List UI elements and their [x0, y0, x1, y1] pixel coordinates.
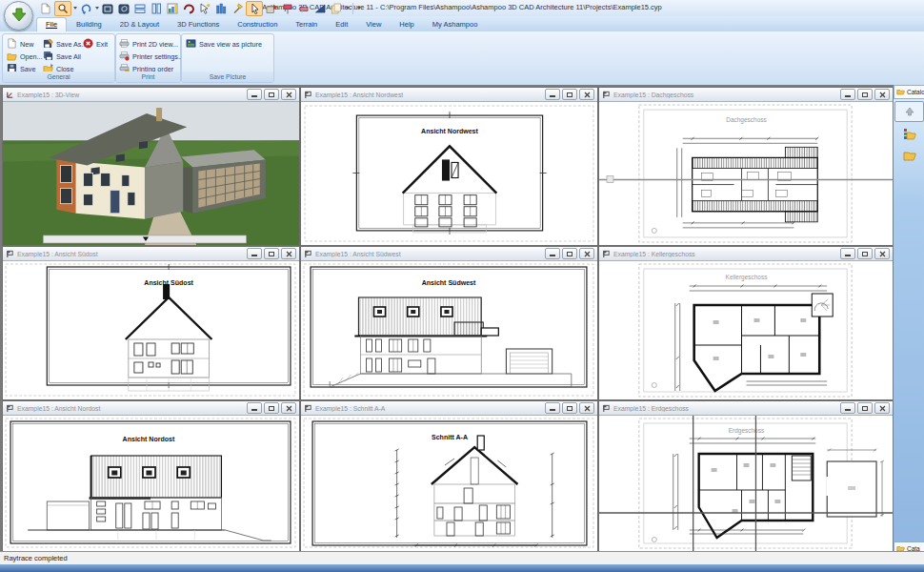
close-button[interactable]	[579, 248, 594, 259]
window-titlebar[interactable]: Example15 : Ansicht Nordwest	[301, 88, 597, 102]
print-2d-view-button[interactable]: Print 2D view...	[119, 38, 178, 51]
window-titlebar[interactable]: Example15 : 3D-View	[3, 88, 299, 102]
tab-file[interactable]: File	[36, 17, 67, 31]
close-button[interactable]	[579, 402, 594, 414]
tab-help[interactable]: Help	[391, 18, 422, 31]
drawing-canvas[interactable]: Ansicht Südwest	[301, 261, 597, 399]
drawing-canvas[interactable]: Kellergeschoss	[599, 261, 893, 399]
tab-3d-functions[interactable]: 3D Functions	[169, 18, 228, 31]
application-window: Ashampoo 3D CAD Architecture 11 - C:\Pro…	[0, 0, 924, 572]
minimize-button[interactable]	[247, 248, 262, 259]
tab-construction[interactable]: Construction	[229, 18, 286, 31]
window-titlebar[interactable]: Example15 : Erdgeschoss	[599, 401, 893, 416]
catalog-collapse-button[interactable]	[894, 101, 924, 122]
window-titlebar[interactable]: Example15 : Kellergeschoss	[599, 247, 893, 261]
window-titlebar[interactable]: Example15 : Ansicht Südost	[3, 247, 299, 261]
copy-dropdown-icon[interactable]	[346, 7, 350, 10]
restore-button[interactable]	[264, 248, 279, 259]
ribbon-tab-row: File Building 2D & Layout 3D Functions C…	[0, 16, 924, 32]
window-erdgeschoss: Example15 : Erdgeschoss Erdgeschoss	[598, 400, 894, 552]
statistics-bars-icon[interactable]	[213, 2, 229, 15]
drawing-canvas[interactable]: Dachgeschoss	[599, 102, 893, 245]
undo-icon[interactable]	[78, 2, 93, 15]
window-titlebar[interactable]: Example15 : Ansicht Nordost	[3, 401, 299, 416]
tab-2d-layout[interactable]: 2D & Layout	[111, 18, 168, 31]
restore-button[interactable]	[562, 402, 577, 414]
window-titlebar[interactable]: Example15 : Ansicht Südwest	[301, 247, 597, 261]
minimize-button[interactable]	[545, 89, 560, 100]
drawing-canvas[interactable]: Erdgeschoss	[599, 416, 893, 551]
new-document-icon[interactable]	[38, 2, 53, 15]
minimize-button[interactable]	[247, 89, 262, 100]
window-kellergeschoss: Example15 : Kellergeschoss Kellergeschos…	[598, 246, 894, 400]
minimize-button[interactable]	[840, 89, 855, 100]
tab-edit[interactable]: Edit	[327, 18, 356, 31]
catalog-tab-top[interactable]: Catalo	[894, 85, 924, 99]
restore-button[interactable]	[562, 89, 577, 100]
application-menu-button[interactable]	[4, 1, 33, 31]
save-view-as-picture-button[interactable]: Save view as picture	[186, 38, 262, 51]
catalog-objects-button[interactable]	[895, 124, 923, 143]
tab-view[interactable]: View	[357, 18, 390, 31]
restore-button[interactable]	[264, 402, 279, 414]
exit-label: Exit	[96, 40, 108, 49]
close-button[interactable]	[874, 402, 890, 414]
zoom-selection-icon[interactable]	[54, 1, 71, 16]
cursor-icon[interactable]	[246, 1, 263, 16]
new-button[interactable]: New	[7, 38, 33, 51]
marker-red-icon[interactable]	[280, 2, 295, 15]
tile-horizontal-icon[interactable]	[132, 2, 148, 15]
restore-button[interactable]	[857, 402, 873, 414]
toolbar-overflow-icon[interactable]	[357, 7, 361, 10]
close-button[interactable]	[281, 89, 296, 100]
printer-settings-button[interactable]: Printer settings...	[119, 51, 184, 63]
close-button[interactable]	[281, 402, 296, 414]
catalog-materials-button[interactable]	[895, 145, 923, 164]
marker-pink-icon[interactable]	[296, 2, 311, 15]
drawing-canvas[interactable]: Ansicht Nordwest	[301, 102, 597, 245]
close-button[interactable]	[874, 248, 890, 259]
tab-building[interactable]: Building	[68, 18, 110, 31]
selection-paint-icon[interactable]	[197, 2, 212, 15]
exit-button[interactable]: Exit	[83, 38, 108, 51]
mdi-workspace: Example15 : 3D-View	[0, 85, 893, 551]
tab-my-ashampoo[interactable]: My Ashampoo	[424, 18, 487, 31]
window-title: Example15 : Kellergeschoss	[613, 251, 837, 257]
view-2d-icon[interactable]	[100, 2, 115, 15]
minimize-button[interactable]	[545, 248, 560, 259]
new-page-icon	[7, 38, 17, 51]
window-titlebar[interactable]: Example15 : Schnitt A-A	[301, 401, 597, 416]
drawing-title: Erdgeschoss	[729, 427, 764, 435]
window-titlebar[interactable]: Example15 : Dachgeschoss	[599, 88, 893, 102]
export-box-icon[interactable]	[264, 2, 279, 15]
save-all-button[interactable]: Save All	[43, 51, 81, 63]
open-button[interactable]: Open...	[7, 51, 43, 63]
restore-button[interactable]	[857, 89, 873, 100]
zoom-dropdown-icon[interactable]	[73, 7, 77, 10]
drawing-canvas[interactable]: Ansicht Südost	[3, 261, 299, 399]
minimize-button[interactable]	[247, 402, 262, 414]
drawing-canvas[interactable]: Ansicht Nordost	[3, 416, 299, 551]
render-image-icon[interactable]	[165, 2, 180, 15]
plan-view-icon	[602, 245, 611, 262]
close-button[interactable]	[281, 248, 296, 259]
tool-icon[interactable]	[230, 2, 245, 15]
minimize-button[interactable]	[840, 402, 855, 414]
minimize-button[interactable]	[840, 248, 855, 259]
tab-terrain[interactable]: Terrain	[287, 18, 326, 31]
3d-view-canvas[interactable]	[3, 102, 299, 245]
restore-button[interactable]	[562, 248, 577, 259]
save-as-button[interactable]: Save As...	[43, 38, 87, 51]
copy-pages-icon[interactable]	[329, 2, 344, 15]
view-3d-icon[interactable]	[116, 2, 131, 15]
undo-dropdown-icon[interactable]	[95, 7, 99, 10]
close-button[interactable]	[579, 89, 594, 100]
tile-vertical-icon[interactable]	[149, 2, 164, 15]
restore-button[interactable]	[857, 248, 873, 259]
close-button[interactable]	[874, 89, 890, 100]
rotate-icon[interactable]	[181, 2, 196, 15]
minimize-button[interactable]	[545, 402, 560, 414]
wedge-blue-icon[interactable]	[312, 2, 328, 15]
drawing-canvas[interactable]: Schnitt A-A	[301, 416, 597, 551]
restore-button[interactable]	[264, 89, 279, 100]
